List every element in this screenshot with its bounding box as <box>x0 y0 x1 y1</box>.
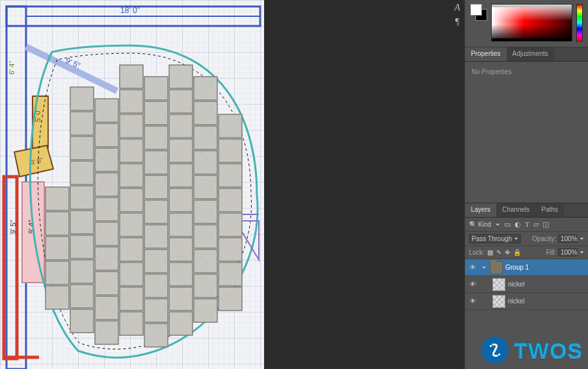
lock-paint-icon[interactable]: ✎ <box>496 249 501 256</box>
svg-rect-94 <box>219 262 242 286</box>
svg-rect-23 <box>46 261 69 285</box>
filter-smart-icon[interactable]: ◫ <box>542 220 549 229</box>
filter-kind-label[interactable]: 🔍 Kind <box>469 221 491 228</box>
right-panels: Properties Adjustments No Properties Lay… <box>464 0 588 369</box>
svg-rect-80 <box>194 126 217 149</box>
visibility-toggle-icon[interactable]: 👁 <box>468 298 478 305</box>
svg-rect-63 <box>144 249 168 273</box>
filter-kind-dropdown[interactable] <box>494 221 501 229</box>
svg-rect-57 <box>144 101 168 125</box>
tab-adjustments[interactable]: Adjustments <box>507 47 554 61</box>
layer-thumbnail[interactable] <box>492 295 505 308</box>
svg-rect-86 <box>194 274 217 298</box>
tab-properties[interactable]: Properties <box>465 47 507 61</box>
visibility-toggle-icon[interactable]: 👁 <box>468 264 478 271</box>
visibility-toggle-icon[interactable]: 👁 <box>468 281 478 288</box>
svg-rect-24 <box>46 286 69 309</box>
paragraph-tool-icon[interactable]: ¶ <box>455 17 459 27</box>
layer-thumbnail[interactable] <box>492 278 505 291</box>
svg-rect-76 <box>169 287 193 311</box>
opacity-input[interactable]: 100% <box>558 235 578 243</box>
svg-rect-82 <box>194 175 217 199</box>
canvas-background[interactable] <box>264 0 464 369</box>
fill-input[interactable]: 100% <box>558 248 578 257</box>
group-expand-toggle[interactable] <box>481 264 487 271</box>
lock-transparent-icon[interactable]: ▩ <box>487 249 493 256</box>
tab-layers[interactable]: Layers <box>465 203 496 217</box>
svg-rect-46 <box>120 90 143 113</box>
svg-rect-52 <box>120 238 143 261</box>
svg-rect-78 <box>194 77 217 100</box>
svg-rect-68 <box>169 90 193 113</box>
tab-channels[interactable]: Channels <box>496 203 535 217</box>
filter-pixel-icon[interactable]: ▭ <box>504 220 511 229</box>
svg-rect-91 <box>219 188 242 212</box>
color-field[interactable] <box>491 4 572 42</box>
svg-rect-60 <box>144 175 168 199</box>
text-align-tool-icon[interactable]: A <box>455 3 461 13</box>
layer-row[interactable]: 👁 nickel <box>465 276 588 293</box>
lock-all-icon[interactable]: 🔒 <box>513 249 521 256</box>
watermark-logo-icon <box>481 337 509 364</box>
svg-rect-34 <box>70 309 94 333</box>
svg-rect-35 <box>95 99 118 122</box>
svg-rect-47 <box>120 114 143 138</box>
svg-rect-26 <box>70 112 94 135</box>
svg-rect-31 <box>70 235 94 259</box>
svg-rect-44 <box>95 321 118 344</box>
watermark-text: TWOS <box>514 338 583 363</box>
blend-mode-select[interactable]: Pass Through <box>469 234 521 244</box>
layers-panel: 🔍 Kind ▭ ◐ T ▱ ◫ Pass Through Opacity: 1… <box>465 218 588 310</box>
properties-tabs: Properties Adjustments <box>465 47 588 62</box>
svg-rect-81 <box>194 151 217 174</box>
svg-rect-83 <box>194 200 217 223</box>
svg-rect-69 <box>169 114 193 138</box>
svg-rect-38 <box>95 173 118 196</box>
svg-rect-43 <box>95 296 118 320</box>
layer-row-group[interactable]: 👁 Group 1 <box>465 259 588 276</box>
dim-top: 18' 0" <box>120 6 140 15</box>
layer-name[interactable]: Group 1 <box>505 264 588 271</box>
svg-rect-64 <box>144 274 168 298</box>
svg-rect-92 <box>219 213 242 236</box>
lock-position-icon[interactable]: ✥ <box>505 249 510 256</box>
svg-rect-59 <box>144 151 168 174</box>
layer-filter-row: 🔍 Kind ▭ ◐ T ▱ ◫ <box>465 218 588 232</box>
lock-row: Lock: ▩ ✎ ✥ 🔒 Fill: 100% <box>465 246 588 259</box>
svg-rect-25 <box>70 87 94 110</box>
fg-bg-swatches[interactable] <box>470 4 487 21</box>
layer-name[interactable]: nickel <box>508 298 588 305</box>
svg-rect-62 <box>144 225 168 248</box>
svg-rect-42 <box>95 272 118 295</box>
fill-label: Fill: <box>546 249 556 256</box>
svg-rect-74 <box>169 238 193 261</box>
svg-rect-28 <box>70 161 94 184</box>
floorplan-drawing: 18' 0" 9' 5" 6' 4" 5' 0" 3' 6" 9' 5" 9' … <box>0 0 264 369</box>
document-canvas[interactable]: 18' 0" 9' 5" 6' 4" 5' 0" 3' 6" 9' 5" 9' … <box>0 0 264 369</box>
layer-row[interactable]: 👁 nickel <box>465 293 588 310</box>
layer-name[interactable]: nickel <box>508 281 588 288</box>
layers-tabs: Layers Channels Paths <box>465 203 588 218</box>
svg-rect-93 <box>219 238 242 261</box>
svg-rect-51 <box>120 213 143 236</box>
hue-slider[interactable] <box>576 4 583 42</box>
properties-body: No Properties <box>465 62 588 203</box>
dim-far-left: 6' 4" <box>8 61 16 75</box>
svg-rect-29 <box>70 186 94 209</box>
svg-rect-45 <box>120 65 143 88</box>
svg-rect-22 <box>46 236 69 260</box>
svg-rect-27 <box>70 136 94 160</box>
svg-rect-30 <box>70 210 94 234</box>
opacity-label: Opacity: <box>532 235 556 242</box>
svg-rect-37 <box>95 148 118 172</box>
svg-rect-88 <box>219 114 242 138</box>
filter-adjust-icon[interactable]: ◐ <box>514 220 521 229</box>
watermark: TWOS <box>481 337 583 364</box>
layer-list: 👁 Group 1 👁 nickel 👁 nickel <box>465 259 588 310</box>
lock-label: Lock: <box>469 249 485 256</box>
svg-rect-48 <box>120 139 143 162</box>
filter-type-icon[interactable]: T <box>525 220 529 229</box>
filter-shape-icon[interactable]: ▱ <box>533 220 539 229</box>
foreground-swatch[interactable] <box>470 4 482 16</box>
tab-paths[interactable]: Paths <box>535 203 564 217</box>
